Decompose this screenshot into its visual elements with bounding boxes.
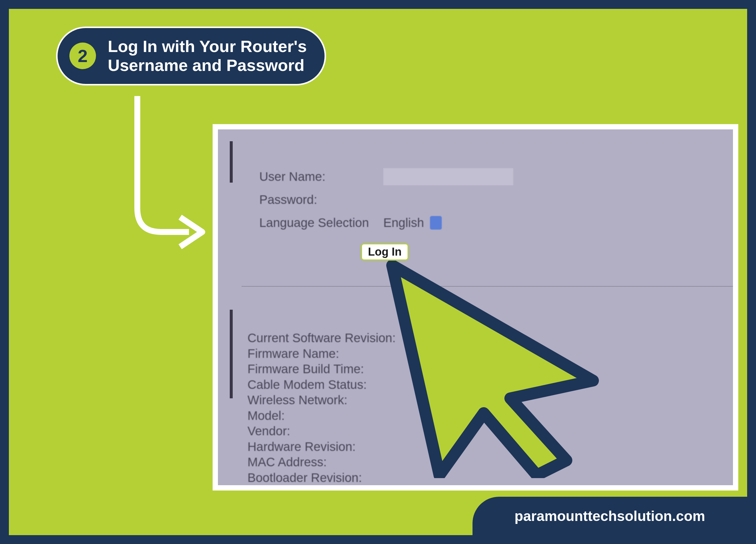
footer-domain: paramounttechsolution.com — [514, 508, 705, 524]
router-info-section: Current Software Revision: Firmware Name… — [247, 330, 396, 485]
info-label: Wireless Network: — [247, 393, 396, 408]
step-number: 2 — [78, 46, 87, 66]
step-badge: 2 Log In with Your Router's Username and… — [56, 27, 326, 85]
info-label: Cable Modem Status: — [247, 377, 396, 393]
info-label: Firmware Build Time: — [247, 361, 396, 377]
username-input[interactable] — [383, 168, 513, 185]
screenshot-frame: User Name: Password: Language Selection … — [213, 124, 738, 491]
decorative-stripe — [230, 310, 233, 398]
info-label: Firmware Name: — [247, 346, 396, 362]
language-select[interactable]: English — [383, 216, 442, 230]
decorative-stripe — [230, 141, 233, 183]
footer-banner: paramounttechsolution.com — [473, 497, 747, 535]
step-number-circle: 2 — [69, 43, 96, 69]
language-value: English — [383, 216, 424, 230]
password-label: Password: — [259, 193, 383, 207]
connector-arrow-icon — [121, 96, 210, 255]
step-title: Log In with Your Router's Username and P… — [108, 37, 307, 75]
router-admin-screenshot: User Name: Password: Language Selection … — [218, 129, 733, 485]
content-background: 2 Log In with Your Router's Username and… — [9, 9, 747, 535]
info-label: Model: — [247, 408, 396, 424]
info-label: MAC Address: — [247, 455, 396, 470]
info-label: Current Software Revision: — [247, 330, 396, 346]
info-label: Bootloader Revision: — [247, 470, 396, 486]
info-label: Hardware Revision: — [247, 439, 396, 455]
outer-frame: 2 Log In with Your Router's Username and… — [0, 0, 756, 544]
cursor-pointer-icon — [383, 256, 605, 478]
step-title-line2: Username and Password — [108, 56, 304, 74]
dropdown-icon[interactable] — [430, 216, 442, 229]
step-title-line1: Log In with Your Router's — [108, 37, 307, 56]
info-label: Vendor: — [247, 424, 396, 439]
login-button[interactable]: Log In — [361, 243, 409, 260]
language-label: Language Selection — [259, 216, 383, 230]
username-label: User Name: — [259, 170, 383, 184]
